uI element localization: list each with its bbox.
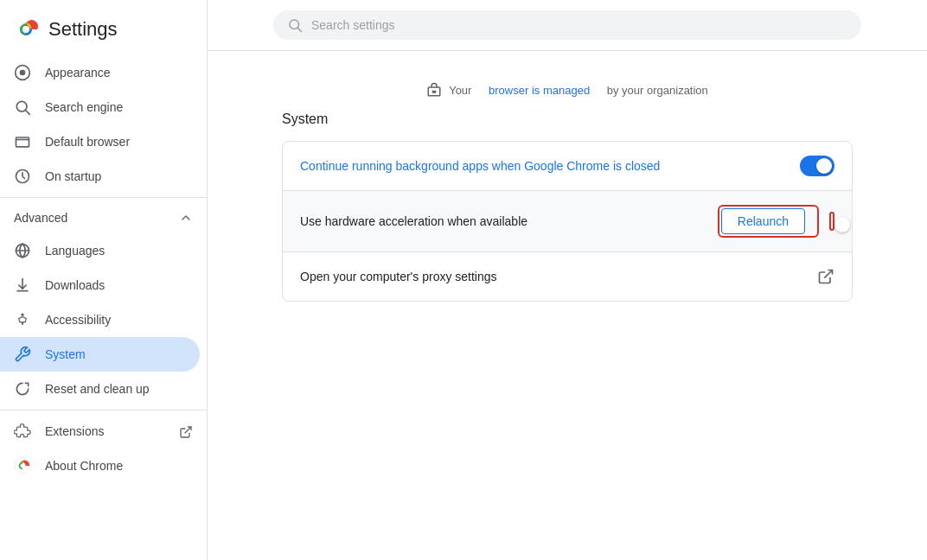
accessibility-icon: [14, 311, 31, 328]
sidebar-label-search-engine: Search engine: [45, 100, 123, 114]
background-apps-toggle[interactable]: [800, 156, 834, 176]
search-icon: [287, 17, 303, 33]
background-apps-row: Continue running background apps when Go…: [283, 142, 852, 191]
managed-suffix: by your organization: [607, 84, 708, 97]
sidebar-item-appearance[interactable]: Appearance: [0, 55, 200, 90]
proxy-settings-label: Open your computer's proxy settings: [300, 270, 817, 283]
svg-point-4: [20, 70, 26, 76]
hardware-accel-row: Use hardware acceleration when available…: [283, 191, 852, 252]
startup-icon: [14, 168, 31, 185]
hardware-accel-label: Use hardware acceleration when available: [300, 214, 718, 228]
sidebar-header: Settings: [0, 7, 207, 55]
default-browser-icon: [14, 133, 31, 150]
advanced-header[interactable]: Advanced: [0, 201, 207, 233]
search-bar-container: [208, 0, 927, 51]
svg-point-2: [22, 26, 29, 33]
proxy-external-link-icon[interactable]: [817, 268, 834, 285]
svg-line-6: [26, 111, 30, 115]
svg-point-10: [21, 314, 23, 316]
relaunch-button[interactable]: Relaunch: [721, 208, 805, 234]
sidebar-label-languages: Languages: [45, 244, 105, 258]
sidebar-item-search-engine[interactable]: Search engine: [0, 90, 200, 124]
sidebar-item-languages[interactable]: Languages: [0, 233, 200, 268]
about-icon: [14, 457, 31, 474]
svg-rect-7: [16, 137, 29, 147]
sidebar-label-downloads: Downloads: [45, 278, 105, 292]
managed-banner: Your browser is managed by your organiza…: [282, 72, 853, 111]
sidebar-divider-1: [0, 197, 207, 198]
search-engine-icon: [14, 99, 31, 116]
sidebar-label-extensions: Extensions: [45, 424, 104, 438]
svg-line-11: [185, 427, 191, 433]
sidebar-item-on-startup[interactable]: On startup: [0, 159, 200, 194]
appearance-icon: [14, 64, 31, 81]
sidebar-item-about[interactable]: About Chrome: [0, 449, 200, 483]
managed-icon: [426, 82, 442, 98]
search-bar: [273, 10, 861, 40]
advanced-label: Advanced: [14, 211, 67, 225]
sidebar-label-system: System: [45, 347, 86, 361]
downloads-icon: [14, 277, 31, 294]
settings-card: Continue running background apps when Go…: [282, 141, 853, 302]
sidebar: Settings Appearance Search engine Defaul…: [0, 0, 208, 560]
languages-icon: [14, 242, 31, 259]
managed-prefix: Your: [449, 84, 471, 97]
managed-link[interactable]: browser is managed: [489, 84, 590, 97]
sidebar-item-downloads[interactable]: Downloads: [0, 268, 200, 302]
sidebar-item-reset[interactable]: Reset and clean up: [0, 372, 200, 406]
sidebar-label-default-browser: Default browser: [45, 135, 130, 149]
svg-rect-17: [432, 91, 437, 93]
sidebar-label-about: About Chrome: [45, 459, 123, 473]
extensions-icon: [14, 423, 31, 440]
sidebar-item-extensions[interactable]: Extensions: [0, 414, 207, 449]
relaunch-wrapper: Relaunch: [718, 205, 834, 238]
sidebar-divider-2: [0, 410, 207, 410]
svg-line-15: [297, 28, 301, 31]
sidebar-label-on-startup: On startup: [45, 169, 101, 183]
main-content: Your browser is managed by your organiza…: [208, 0, 927, 560]
external-link-icon: [179, 424, 193, 439]
sidebar-label-appearance: Appearance: [45, 66, 111, 80]
background-apps-label: Continue running background apps when Go…: [300, 159, 800, 173]
chrome-logo-icon: [14, 17, 38, 41]
section-heading: System: [282, 111, 853, 127]
main-inner: Your browser is managed by your organiza…: [247, 51, 887, 322]
svg-point-13: [21, 464, 25, 468]
relaunch-red-outline: Relaunch: [718, 205, 819, 238]
app-title: Settings: [48, 18, 118, 41]
sidebar-item-system[interactable]: System: [0, 337, 200, 372]
sidebar-label-accessibility: Accessibility: [45, 313, 111, 327]
sidebar-label-reset: Reset and clean up: [45, 382, 150, 396]
sidebar-item-default-browser[interactable]: Default browser: [0, 124, 200, 159]
toggle-red-border-wrapper: [829, 212, 834, 231]
svg-line-18: [824, 270, 832, 278]
proxy-settings-row[interactable]: Open your computer's proxy settings: [283, 252, 852, 301]
sidebar-item-accessibility[interactable]: Accessibility: [0, 302, 200, 337]
chevron-up-icon: [179, 210, 193, 225]
reset-icon: [14, 380, 31, 398]
search-input[interactable]: [311, 18, 847, 32]
system-icon: [14, 346, 31, 363]
